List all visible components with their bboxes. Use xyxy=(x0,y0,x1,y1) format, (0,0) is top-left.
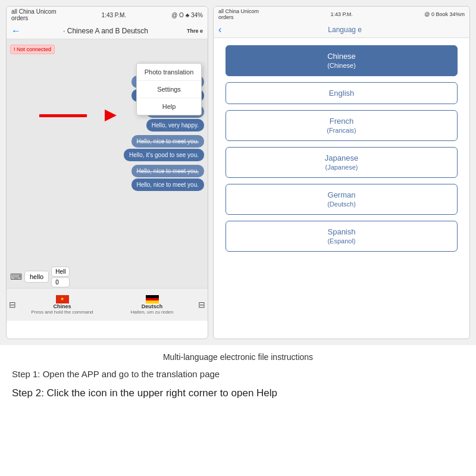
left-carrier: all China Unicom orders xyxy=(11,8,57,21)
dropdown-menu: Photo translation Settings Help xyxy=(136,63,202,115)
hello-suggestion[interactable]: hello xyxy=(24,271,49,283)
back-arrow-icon[interactable]: ← xyxy=(11,26,21,36)
bubble-strikethrough-4: Hello, nice to meet you, xyxy=(131,165,205,177)
bubble-main-2: Hello, very happy. xyxy=(146,119,204,131)
lang-option-english[interactable]: English xyxy=(226,82,458,104)
bottom-keyboard-icon-left[interactable]: ⊟ xyxy=(9,300,16,309)
right-carrier: all China Unicom orders xyxy=(218,8,259,20)
left-status-bar: all China Unicom orders 1:43 P.M. @ O ♣ … xyxy=(7,7,208,23)
step-2-text: Step 2: Click the icon in the upper righ… xyxy=(12,386,464,400)
bottom-bar: ⊟ ★ Chines Press and hold the command De… xyxy=(7,288,208,321)
chinese-flag: ★ xyxy=(56,295,69,303)
right-back-arrow-icon[interactable]: ‹ xyxy=(218,24,221,35)
right-lang-hint: Halten, um zu reden xyxy=(130,309,173,315)
phone-left: all China Unicom orders 1:43 P.M. @ O ♣ … xyxy=(6,6,208,339)
zero-option[interactable]: 0 xyxy=(51,277,70,287)
red-arrow-icon xyxy=(39,109,117,121)
caption-text: Multi-language electronic file instructi… xyxy=(12,352,464,362)
left-lang-hint: Press and hold the command xyxy=(31,309,93,315)
dropdown-help[interactable]: Help xyxy=(137,98,201,115)
right-lang-button[interactable]: Deutsch Halten, um zu reden xyxy=(108,293,196,317)
step-1-text: Step 1: Open the APP and go to the trans… xyxy=(12,368,464,380)
left-icons: @ O ♣ 34% xyxy=(171,12,203,18)
chat-area: ! Not connected Photo translation Settin… xyxy=(7,39,208,265)
lang-option-chinese[interactable]: Chinese(Chinese) xyxy=(226,45,458,76)
screenshots-row: all China Unicom orders 1:43 P.M. @ O ♣ … xyxy=(0,0,476,345)
dropdown-settings[interactable]: Settings xyxy=(137,81,201,98)
keyboard-icon: ⌨ xyxy=(10,272,22,281)
bubble-group-4: Hello, nice to meet you, Hello, nice to … xyxy=(10,165,204,191)
left-lang-button[interactable]: ★ Chines Press and hold the command xyxy=(18,293,106,317)
bubble-strikethrough-3: Hello, nice to meet you. xyxy=(131,135,205,148)
bottom-keyboard-icon-right[interactable]: ⊟ xyxy=(198,300,205,309)
hell-autocomplete[interactable]: Hell xyxy=(51,267,70,277)
language-list: Chinese(Chinese) English French(Francais… xyxy=(214,38,469,259)
right-nav-title: Languag e xyxy=(225,26,465,34)
lang-option-french[interactable]: French(Francais) xyxy=(226,110,458,141)
left-nav-bar: ← · Chinese A and B Deutsch Thre e xyxy=(7,23,208,39)
right-time: 1:43 P.M. xyxy=(331,11,353,17)
input-suggestion-area: ⌨ hello Hell 0 xyxy=(7,265,208,288)
lang-option-spanish[interactable]: Spanish(Espanol) xyxy=(226,221,458,252)
left-time: 1:43 P.M. xyxy=(102,12,127,18)
bubble-main-4: Hello, nice to meet you. xyxy=(131,178,205,191)
lang-option-japanese[interactable]: Japanese(Japanese) xyxy=(226,147,458,178)
more-menu-icon[interactable]: Thre e xyxy=(187,28,203,34)
not-connected-badge: ! Not connected xyxy=(10,45,55,54)
instructions-section: Multi-language electronic file instructi… xyxy=(0,345,476,414)
dropdown-photo-translation[interactable]: Photo translation xyxy=(137,64,201,81)
right-icons: @ 0 Book 34%m xyxy=(424,11,465,17)
right-status-bar: all China Unicom orders 1:43 P.M. @ 0 Bo… xyxy=(214,7,469,22)
phone-right: all China Unicom orders 1:43 P.M. @ 0 Bo… xyxy=(213,6,470,339)
bubble-group-3: Hello, nice to meet you. Hello, it's goo… xyxy=(10,135,204,161)
left-nav-title: · Chinese A and B Deutsch xyxy=(24,27,187,35)
lang-option-german[interactable]: German(Deutsch) xyxy=(226,184,458,215)
right-nav-bar: ‹ Languag e xyxy=(214,22,469,38)
german-flag xyxy=(146,295,159,303)
left-lang-name: Chines xyxy=(53,303,71,309)
bubble-main-3: Hello, it's good to see you. xyxy=(124,149,204,161)
right-lang-name: Deutsch xyxy=(142,303,163,309)
